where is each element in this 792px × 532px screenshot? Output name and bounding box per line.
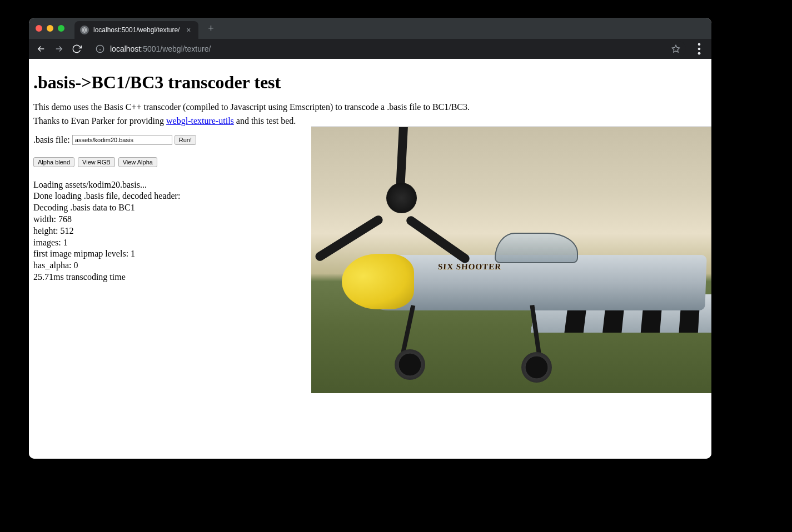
forward-button[interactable] <box>51 41 67 57</box>
bookmark-star-icon[interactable] <box>671 44 680 53</box>
globe-icon <box>80 26 89 34</box>
info-icon[interactable] <box>96 44 104 53</box>
file-label: .basis file: <box>33 135 70 145</box>
plane-name-text: SIX SHOOTER <box>438 262 502 272</box>
webgl-texture-utils-link[interactable]: webgl-texture-utils <box>166 116 234 126</box>
page-content: .basis->BC1/BC3 transcoder test This dem… <box>29 59 711 459</box>
svg-point-7 <box>698 52 701 55</box>
basis-file-input[interactable] <box>72 135 172 145</box>
page-heading: .basis->BC1/BC3 transcoder test <box>33 72 707 93</box>
maximize-window-button[interactable] <box>58 25 64 32</box>
intro-line-2: Thanks to Evan Parker for providing webg… <box>33 116 707 127</box>
svg-marker-4 <box>672 45 679 52</box>
landing-gear <box>401 305 416 355</box>
new-tab-button[interactable]: + <box>203 21 218 36</box>
svg-point-6 <box>698 48 701 51</box>
browser-window: localhost:5001/webgl/texture/ × + localh… <box>29 18 711 459</box>
plane-canopy <box>495 233 578 263</box>
plane-wheel <box>395 349 425 380</box>
close-tab-button[interactable]: × <box>184 26 193 34</box>
browser-menu-button[interactable] <box>691 41 707 57</box>
back-button[interactable] <box>33 41 49 57</box>
tab-title: localhost:5001/webgl/texture/ <box>93 26 180 34</box>
close-window-button[interactable] <box>36 25 42 32</box>
view-alpha-button[interactable]: View Alpha <box>118 157 157 167</box>
plane-nose <box>342 254 414 309</box>
svg-point-5 <box>698 43 701 46</box>
address-bar[interactable]: localhost:5001/webgl/texture/ <box>90 41 686 57</box>
alpha-blend-button[interactable]: Alpha blend <box>33 157 74 167</box>
window-controls <box>36 25 64 32</box>
minimize-window-button[interactable] <box>47 25 53 32</box>
intro-line-1: This demo uses the Basis C++ transcoder … <box>33 102 707 113</box>
plane-wheel <box>521 352 552 383</box>
titlebar: localhost:5001/webgl/texture/ × + <box>29 18 711 39</box>
toolbar: localhost:5001/webgl/texture/ <box>29 39 711 59</box>
reload-button[interactable] <box>69 41 84 57</box>
propeller-hub <box>386 183 417 213</box>
view-rgb-button[interactable]: View RGB <box>78 157 115 167</box>
browser-tab[interactable]: localhost:5001/webgl/texture/ × <box>74 21 198 39</box>
url-text: localhost:5001/webgl/texture/ <box>110 44 666 53</box>
texture-canvas: SIX SHOOTER <box>311 127 711 393</box>
run-button[interactable]: Run! <box>175 135 196 145</box>
